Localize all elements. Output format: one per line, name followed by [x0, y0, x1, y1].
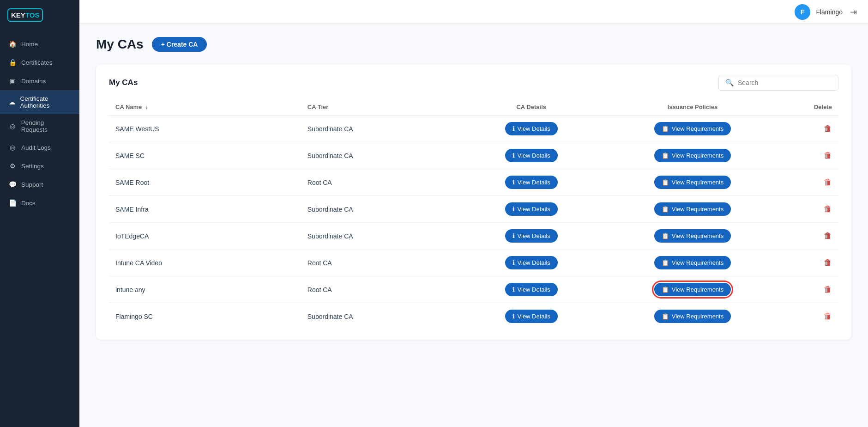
view-requirements-button[interactable]: 📋View Requirements [654, 202, 731, 216]
support-icon: 💬 [8, 180, 17, 189]
sidebar-item-certificate-authorities[interactable]: ☁ Certificate Authorities [0, 90, 79, 114]
cell-issuance-policies: 📋View Requirements [608, 196, 777, 223]
search-icon: 🔍 [725, 79, 734, 87]
table-row: Intune CA VideoRoot CAℹView Details📋View… [109, 250, 838, 276]
info-icon: ℹ [512, 152, 515, 159]
search-input[interactable] [738, 79, 832, 86]
view-requirements-button[interactable]: 📋View Requirements [654, 122, 731, 135]
logout-button[interactable]: ⇥ [848, 5, 859, 19]
cell-ca-details: ℹView Details [454, 196, 608, 223]
sidebar-item-settings-label: Settings [21, 163, 44, 170]
view-requirements-button[interactable]: 📋View Requirements [654, 256, 731, 269]
search-box[interactable]: 🔍 [718, 75, 838, 91]
col-header-delete: Delete [777, 99, 838, 116]
sidebar-item-settings[interactable]: ⚙ Settings [0, 157, 79, 175]
sidebar-item-audit-logs[interactable]: ◎ Audit Logs [0, 138, 79, 157]
view-details-button[interactable]: ℹView Details [505, 310, 558, 323]
info-icon: ℹ [512, 232, 515, 239]
cell-ca-name: IoTEdgeCA [109, 223, 301, 250]
certificates-icon: 🔒 [8, 58, 17, 67]
delete-icon[interactable]: 🗑 [824, 177, 832, 187]
view-details-button[interactable]: ℹView Details [505, 229, 558, 243]
cell-ca-tier: Subordinate CA [301, 116, 455, 142]
table-card: My CAs 🔍 CA Name ↓ CA Tier [96, 65, 851, 340]
table-row: Flamingo SCSubordinate CAℹView Details📋V… [109, 303, 838, 330]
settings-icon: ⚙ [8, 162, 17, 170]
cell-ca-tier: Subordinate CA [301, 303, 455, 330]
delete-icon[interactable]: 🗑 [824, 151, 832, 160]
domains-icon: ▣ [8, 77, 17, 85]
col-header-ca-details: CA Details [454, 99, 608, 116]
delete-icon[interactable]: 🗑 [824, 258, 832, 267]
sidebar-item-support[interactable]: 💬 Support [0, 175, 79, 194]
page-title: My CAs [96, 37, 144, 52]
cell-ca-name: SAME SC [109, 142, 301, 169]
table-row: IoTEdgeCASubordinate CAℹView Details📋Vie… [109, 223, 838, 250]
delete-icon[interactable]: 🗑 [824, 231, 832, 240]
col-header-ca-tier: CA Tier [301, 99, 455, 116]
sidebar-item-certificates[interactable]: 🔒 Certificates [0, 53, 79, 72]
doc-icon: 📋 [662, 313, 669, 320]
view-requirements-button[interactable]: 📋View Requirements [654, 149, 731, 162]
sidebar-item-home[interactable]: 🏠 Home [0, 35, 79, 53]
audit-logs-icon: ◎ [8, 143, 17, 152]
ca-table: CA Name ↓ CA Tier CA Details Issuance Po… [109, 99, 838, 329]
cell-delete: 🗑 [777, 169, 838, 196]
table-header-row-cols: CA Name ↓ CA Tier CA Details Issuance Po… [109, 99, 838, 116]
info-icon: ℹ [512, 206, 515, 213]
view-details-button[interactable]: ℹView Details [505, 122, 558, 135]
cell-issuance-policies: 📋View Requirements [608, 276, 777, 303]
logo-key: KEY [11, 11, 25, 19]
doc-icon: 📋 [662, 232, 669, 239]
delete-icon[interactable]: 🗑 [824, 285, 832, 294]
doc-icon: 📋 [662, 179, 669, 186]
sidebar-nav: 🏠 Home 🔒 Certificates ▣ Domains ☁ Certif… [0, 31, 79, 427]
doc-icon: 📋 [662, 206, 669, 213]
header: F Flamingo ⇥ [79, 0, 868, 24]
cell-issuance-policies: 📋View Requirements [608, 142, 777, 169]
cell-ca-details: ℹView Details [454, 169, 608, 196]
sidebar-item-pending-requests[interactable]: ◎ Pending Requests [0, 114, 79, 138]
table-row: SAME InfraSubordinate CAℹView Details📋Vi… [109, 196, 838, 223]
info-icon: ℹ [512, 286, 515, 293]
sidebar-item-domains[interactable]: ▣ Domains [0, 72, 79, 90]
cell-ca-details: ℹView Details [454, 303, 608, 330]
certificate-authorities-icon: ☁ [8, 98, 16, 106]
table-body: SAME WestUSSubordinate CAℹView Details📋V… [109, 116, 838, 330]
info-icon: ℹ [512, 179, 515, 186]
user-name: Flamingo [816, 8, 843, 16]
cell-issuance-policies: 📋View Requirements [608, 250, 777, 276]
cell-ca-name: intune any [109, 276, 301, 303]
view-requirements-button[interactable]: 📋View Requirements [654, 310, 731, 323]
sidebar-item-docs[interactable]: 📄 Docs [0, 194, 79, 212]
view-details-button[interactable]: ℹView Details [505, 283, 558, 296]
delete-icon[interactable]: 🗑 [824, 124, 832, 133]
sidebar-item-audit-label: Audit Logs [21, 144, 51, 151]
cell-ca-name: SAME WestUS [109, 116, 301, 142]
table-row: SAME WestUSSubordinate CAℹView Details📋V… [109, 116, 838, 142]
sidebar: KEYTOS 🏠 Home 🔒 Certificates ▣ Domains ☁… [0, 0, 79, 427]
view-requirements-button[interactable]: 📋View Requirements [654, 176, 731, 189]
view-details-button[interactable]: ℹView Details [505, 202, 558, 216]
cell-ca-details: ℹView Details [454, 250, 608, 276]
cell-delete: 🗑 [777, 196, 838, 223]
view-details-button[interactable]: ℹView Details [505, 256, 558, 269]
sidebar-item-pending-label: Pending Requests [21, 119, 71, 133]
create-ca-button[interactable]: + Create CA [152, 37, 207, 52]
view-requirements-button[interactable]: 📋View Requirements [654, 229, 731, 243]
info-icon: ℹ [512, 125, 515, 132]
view-details-button[interactable]: ℹView Details [505, 149, 558, 162]
delete-icon[interactable]: 🗑 [824, 204, 832, 214]
logo: KEYTOS [0, 0, 79, 31]
table-row: SAME SCSubordinate CAℹView Details📋View … [109, 142, 838, 169]
cell-issuance-policies: 📋View Requirements [608, 303, 777, 330]
table-head: CA Name ↓ CA Tier CA Details Issuance Po… [109, 99, 838, 116]
cell-issuance-policies: 📋View Requirements [608, 169, 777, 196]
view-details-button[interactable]: ℹView Details [505, 176, 558, 189]
view-requirements-button[interactable]: 📋View Requirements [654, 283, 731, 296]
delete-icon[interactable]: 🗑 [824, 311, 832, 321]
cell-ca-tier: Root CA [301, 276, 455, 303]
docs-icon: 📄 [8, 199, 17, 207]
cell-delete: 🗑 [777, 116, 838, 142]
cell-ca-details: ℹView Details [454, 223, 608, 250]
